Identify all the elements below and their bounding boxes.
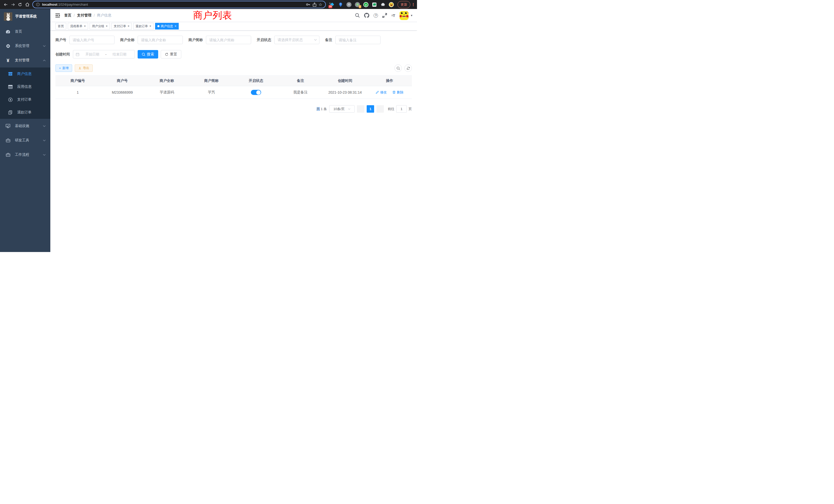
app-title: 芋道管理系统 — [15, 14, 37, 19]
extension-badge: 10 — [328, 5, 332, 8]
tab-process-form[interactable]: 流程表单× — [68, 23, 88, 29]
browser-reload-button[interactable] — [17, 1, 24, 8]
field-label: 商户号 — [56, 38, 66, 42]
field-label: 开启状态 — [257, 38, 271, 42]
help-icon[interactable]: ? — [374, 13, 378, 18]
avatar[interactable] — [399, 11, 409, 20]
merchant-full-name-input[interactable] — [138, 36, 183, 44]
site-info-icon[interactable] — [36, 3, 40, 6]
font-size-icon[interactable]: тT — [391, 13, 395, 18]
github-icon[interactable] — [364, 13, 369, 18]
extension-docs-icon[interactable] — [372, 2, 377, 7]
cell-create-time: 2021-10-23 08:31:14 — [323, 86, 368, 99]
merchant-no-input[interactable] — [69, 36, 114, 44]
page-size-select[interactable]: 10条/页 — [329, 105, 355, 113]
chevron-down-icon — [348, 108, 351, 110]
edit-link[interactable]: 修改 — [376, 90, 387, 95]
col-create-time: 创建时间 — [323, 76, 368, 86]
table-tools — [394, 64, 412, 72]
prev-page-button[interactable] — [357, 105, 364, 113]
remark-input[interactable] — [335, 36, 380, 44]
sidebar-item-system[interactable]: 系统管理 — [0, 39, 50, 53]
cell-full-name: 芋道源码 — [145, 86, 189, 99]
chevron-down-icon — [43, 140, 46, 141]
table-row: 1 M233666999 芋道源码 芋艿 我是备注 2021-10-23 08:… — [56, 86, 412, 99]
tab-refund-order[interactable]: 退款订单× — [133, 23, 154, 29]
extension-y-icon[interactable]: y — [363, 2, 369, 7]
extension-pin-icon[interactable] — [338, 2, 343, 7]
tab-merchant-info[interactable]: 商户信息× — [155, 23, 179, 29]
extension-diamond-icon[interactable]: 10 — [329, 2, 334, 7]
grid-icon — [7, 85, 13, 89]
cell-short-name: 芋艿 — [189, 86, 234, 99]
table-header-row: 商户编号 商户号 商户全称 商户简称 开启状态 备注 创建时间 操作 — [56, 76, 412, 86]
breadcrumb: 首页 / 支付管理 / 商户信息 — [64, 13, 111, 18]
breadcrumb-section[interactable]: 支付管理 — [77, 13, 91, 18]
extension-emoji-icon[interactable] — [389, 2, 394, 7]
page-1-button[interactable]: 1 — [367, 105, 374, 113]
next-page-button[interactable] — [376, 105, 384, 113]
tab-home[interactable]: 首页 — [56, 23, 66, 29]
password-key-icon[interactable] — [306, 3, 310, 6]
sidebar-item-refund-order[interactable]: 退款订单 — [0, 106, 50, 119]
sidebar-item-home[interactable]: 首页 — [0, 24, 50, 39]
close-icon[interactable]: × — [150, 25, 151, 28]
refresh-table-button[interactable] — [404, 64, 412, 72]
browser-back-button[interactable] — [2, 1, 9, 8]
fullscreen-icon[interactable] — [382, 13, 387, 18]
briefcase-icon — [5, 153, 11, 157]
delete-link[interactable]: 删除 — [392, 90, 403, 95]
plus-icon: + — [59, 66, 61, 70]
browser-home-button[interactable] — [24, 1, 31, 8]
export-button[interactable]: 导出 — [75, 64, 93, 72]
browser-update-button[interactable]: 更新 — [397, 1, 410, 8]
tab-pay-order[interactable]: 支付订单× — [111, 23, 132, 29]
goto-page-input[interactable] — [396, 105, 407, 113]
close-icon[interactable]: × — [84, 25, 86, 28]
extension-recorder-icon[interactable]: 1 — [355, 2, 360, 7]
sidebar-item-infra[interactable]: 基础设施 — [0, 119, 50, 133]
reload-icon — [18, 3, 22, 7]
status-toggle[interactable] — [251, 90, 261, 95]
reset-button[interactable]: 重置 — [161, 50, 181, 59]
sidebar-logo[interactable]: 芋道管理系统 — [0, 9, 50, 22]
sidebar-item-pay-order[interactable]: 支付订单 — [0, 93, 50, 106]
header-search-icon[interactable] — [355, 13, 360, 18]
extensions-puzzle-icon[interactable] — [380, 2, 386, 7]
field-merchant-no: 商户号 — [56, 36, 114, 44]
dashboard-icon — [5, 30, 11, 33]
pagination: 共 1 条 10条/页 1 前往 页 — [56, 105, 412, 113]
close-icon[interactable]: × — [106, 25, 108, 28]
sidebar-item-workflow[interactable]: 工作流程 — [0, 147, 50, 162]
share-icon[interactable] — [313, 3, 316, 7]
table-toolbar: + 新增 导出 — [56, 64, 412, 72]
show-search-button[interactable] — [394, 64, 402, 72]
sidebar-item-pay[interactable]: ¥ 支付管理 — [0, 53, 50, 68]
address-bar[interactable]: localhost:1024/pay/merchant ☆ — [32, 1, 326, 8]
pen-icon — [376, 91, 379, 94]
tab-user-group[interactable]: 用户分组× — [90, 23, 110, 29]
avatar-caret-icon[interactable]: ▾ — [411, 14, 412, 17]
browser-forward-button[interactable] — [9, 1, 17, 8]
cell-status — [234, 86, 278, 99]
sidebar-item-app-info[interactable]: 应用信息 — [0, 80, 50, 93]
chevron-down-icon — [43, 45, 46, 47]
browser-menu-icon[interactable]: ⋮ — [411, 4, 415, 6]
date-range-picker[interactable]: 开始日期 - 结束日期 — [73, 50, 135, 59]
sidebar-toggle-icon[interactable] — [56, 14, 60, 18]
close-icon[interactable]: × — [175, 25, 176, 28]
search-button[interactable]: 搜索 — [138, 50, 158, 59]
breadcrumb-home[interactable]: 首页 — [64, 13, 71, 18]
sidebar-item-merchant-info[interactable]: 商户信息 — [0, 68, 50, 80]
bookmark-star-icon[interactable]: ☆ — [319, 3, 322, 7]
merchant-short-name-input[interactable] — [206, 36, 251, 44]
close-icon[interactable]: × — [128, 25, 129, 28]
col-merchant-id: 商户编号 — [56, 76, 100, 86]
url-text[interactable]: localhost:1024/pay/merchant — [42, 3, 304, 6]
date-separator: - — [105, 52, 107, 56]
sidebar-item-devtools[interactable]: 研发工具 — [0, 133, 50, 147]
extension-command-icon[interactable]: ⌘ — [346, 2, 352, 7]
status-select[interactable]: 请选择开启状态 — [274, 36, 320, 44]
page-content: 商户号 商户全称 商户简称 开启状态 请选择开启状态 — [50, 30, 417, 252]
add-button[interactable]: + 新增 — [56, 64, 72, 72]
